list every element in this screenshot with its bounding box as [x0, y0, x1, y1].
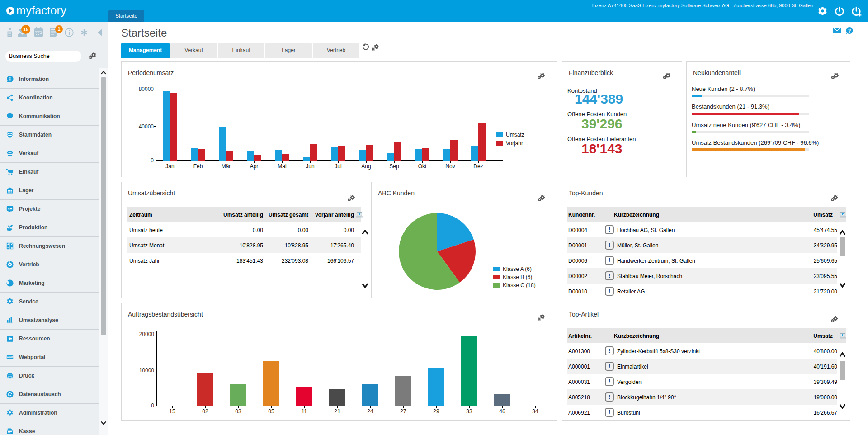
svg-text:WWW: WWW [7, 356, 14, 359]
svg-text:?: ? [848, 28, 851, 33]
